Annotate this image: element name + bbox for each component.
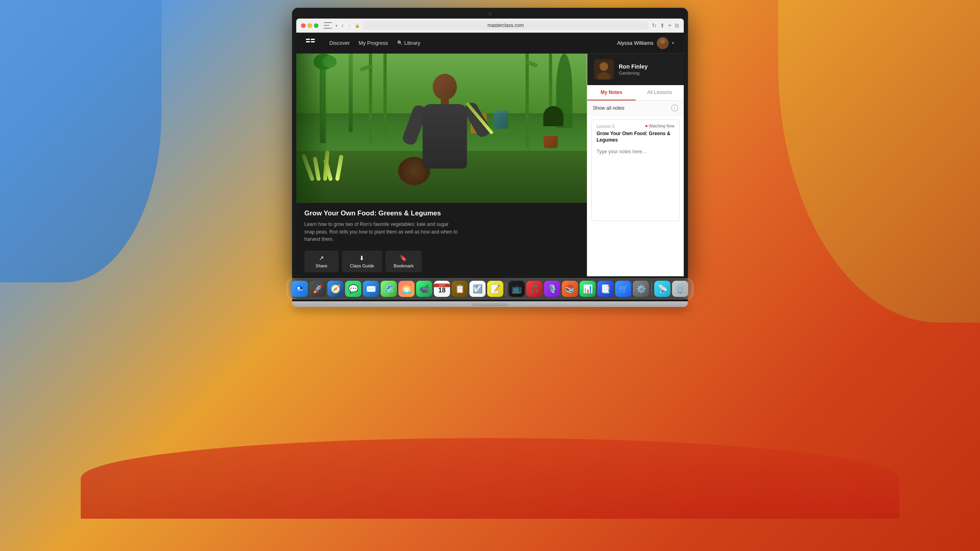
dock-item-facetime[interactable]: 📹 — [416, 281, 432, 297]
dock-item-music[interactable]: 🎵 — [526, 281, 542, 297]
laptop-hinge-notch — [472, 303, 508, 306]
traffic-light-green[interactable] — [314, 23, 318, 28]
dock-item-maps[interactable]: 🗺️ — [381, 281, 397, 297]
class-guide-icon: ⬇ — [359, 255, 364, 262]
split-view-button[interactable]: ⧉ — [675, 22, 679, 29]
video-thumbnail[interactable] — [296, 54, 587, 203]
dock-item-trash[interactable]: 🗑️ — [672, 281, 688, 297]
dock-item-books[interactable]: 📚 — [562, 281, 578, 297]
dock-item-safari[interactable]: 🧭 — [327, 281, 343, 297]
dock-item-mail[interactable]: ✉️ — [363, 281, 379, 297]
site-logo[interactable] — [306, 38, 318, 48]
tab-all-lessons[interactable]: All Lessons — [636, 85, 684, 100]
notes-card-header: Lesson 5 Watching Now — [592, 120, 679, 130]
dock-item-launchpad[interactable]: 🚀 — [310, 281, 326, 297]
nav-my-progress[interactable]: My Progress — [359, 40, 388, 46]
dock-item-stickies[interactable]: 📝 — [487, 281, 503, 297]
nav-discover[interactable]: Discover — [329, 40, 350, 46]
dock-bar: 🚀 🧭 💬 ✉️ 🗺️ 🌅 📹 OCT 18 📋 ☑️ 📝 📺 🎵 🎙️ 📚 📊… — [292, 276, 688, 301]
user-profile[interactable]: Alyssa Williams ▾ — [617, 37, 674, 49]
dock-item-photos[interactable]: 🌅 — [398, 281, 415, 297]
bg-shape-bottom — [81, 438, 899, 519]
video-info: Grow Your Own Food: Greens & Legumes Lea… — [296, 203, 587, 246]
dock-item-messages[interactable]: 💬 — [345, 281, 361, 297]
laptop-bottom-bar — [292, 301, 688, 307]
share-action-button[interactable]: ↗ Share — [304, 250, 339, 272]
barrel-blue — [494, 111, 508, 129]
forward-button[interactable]: › — [348, 22, 351, 29]
notes-input[interactable] — [592, 146, 679, 219]
svg-rect-3 — [311, 41, 315, 42]
traffic-light-yellow[interactable] — [308, 23, 312, 28]
watching-dot — [645, 125, 647, 127]
dock-item-calendar[interactable]: OCT 18 — [434, 281, 450, 297]
corn-3 — [526, 54, 529, 148]
site-main: Grow Your Own Food: Greens & Legumes Lea… — [296, 54, 684, 276]
svg-point-12 — [300, 287, 302, 289]
dock-item-appstore[interactable]: 🛒 — [615, 281, 631, 297]
dock-separator-1 — [506, 282, 506, 296]
dock-item-appletv[interactable]: 📺 — [509, 281, 525, 297]
person-head — [433, 74, 457, 100]
url-text: masterclass.com — [488, 23, 524, 28]
site-nav: Discover My Progress 🔍 Library — [329, 40, 617, 46]
browser-window: ▾ ‹ › 🔒 masterclass.com ↻ ⬆ + ⧉ — [296, 19, 684, 276]
instructor-panel: Ron Finley Gardening — [587, 54, 684, 85]
person-torso — [423, 104, 467, 169]
sidebar: Ron Finley Gardening My Notes All Lesson… — [587, 54, 684, 276]
traffic-light-red[interactable] — [301, 23, 306, 28]
instructor-avatar — [594, 59, 614, 79]
dock-item-podcasts[interactable]: 🎙️ — [544, 281, 560, 297]
share-button[interactable]: ⬆ — [660, 22, 665, 29]
video-description: Learn how to grow two of Ron's favorite … — [304, 221, 458, 243]
site-header: Discover My Progress 🔍 Library Alyssa Wi… — [296, 33, 684, 54]
notes-card-title: Grow Your Own Food: Greens & Legumes — [592, 130, 679, 146]
back-button[interactable]: ‹ — [341, 22, 344, 29]
watching-now-badge: Watching Now — [645, 124, 674, 128]
camera-notch — [488, 12, 492, 15]
instructor-name: Ron Finley — [619, 63, 648, 70]
watching-now-text: Watching Now — [649, 124, 674, 128]
dock-item-finder[interactable] — [292, 281, 308, 297]
address-bar[interactable]: masterclass.com — [363, 21, 649, 30]
share-icon: ↗ — [319, 255, 324, 262]
plant-pot-1 — [543, 106, 563, 126]
avatar — [657, 37, 669, 49]
dock-item-keynote[interactable]: 📑 — [597, 281, 614, 297]
website-content: Discover My Progress 🔍 Library Alyssa Wi… — [296, 33, 684, 276]
svg-rect-0 — [306, 39, 310, 40]
dock-item-airdrop[interactable]: 📡 — [654, 281, 670, 297]
svg-point-9 — [600, 63, 607, 70]
dock-item-notes[interactable]: 📋 — [452, 281, 468, 297]
svg-point-11 — [297, 287, 300, 289]
class-guide-button[interactable]: ⬇ Class Guide — [342, 250, 382, 272]
show-all-notes-label: Show all notes — [593, 105, 624, 111]
tab-my-notes[interactable]: My Notes — [587, 85, 636, 100]
dock-separator-2 — [651, 282, 652, 296]
laptop-screen-border: ▾ ‹ › 🔒 masterclass.com ↻ ⬆ + ⧉ — [292, 8, 688, 276]
dock: 🚀 🧭 💬 ✉️ 🗺️ 🌅 📹 OCT 18 📋 ☑️ 📝 📺 🎵 🎙️ 📚 📊… — [287, 278, 693, 299]
pot-body-1 — [544, 136, 558, 148]
foliage-overlay-left — [296, 54, 329, 203]
bookmark-button[interactable]: 🔖 Bookmark — [385, 250, 422, 272]
reload-button[interactable]: ↻ — [652, 22, 657, 29]
info-icon: i — [671, 104, 678, 111]
browser-toolbar: ▾ ‹ › 🔒 masterclass.com ↻ ⬆ + ⧉ — [296, 19, 684, 33]
svg-point-10 — [296, 285, 304, 293]
video-actions: ↗ Share ⬇ Class Guide 🔖 Bookmark — [296, 246, 587, 276]
instructor-subject: Gardening — [619, 71, 648, 75]
traffic-lights — [301, 23, 318, 28]
dock-item-reminders[interactable]: ☑️ — [469, 281, 486, 297]
svg-point-4 — [660, 39, 665, 44]
lesson-label: Lesson 5 — [597, 124, 615, 129]
lock-icon: 🔒 — [355, 23, 360, 28]
new-tab-button[interactable]: + — [668, 22, 672, 29]
chevron-down-icon: ▾ — [672, 41, 674, 45]
sidebar-toggle-btn[interactable] — [323, 22, 332, 29]
dock-item-sysprefs[interactable]: ⚙️ — [633, 281, 649, 297]
bookmark-icon: 🔖 — [400, 255, 407, 262]
svg-point-5 — [659, 44, 667, 49]
nav-library[interactable]: 🔍 Library — [397, 40, 421, 46]
dock-item-numbers[interactable]: 📊 — [580, 281, 596, 297]
show-all-notes-row[interactable]: Show all notes i — [587, 101, 684, 115]
